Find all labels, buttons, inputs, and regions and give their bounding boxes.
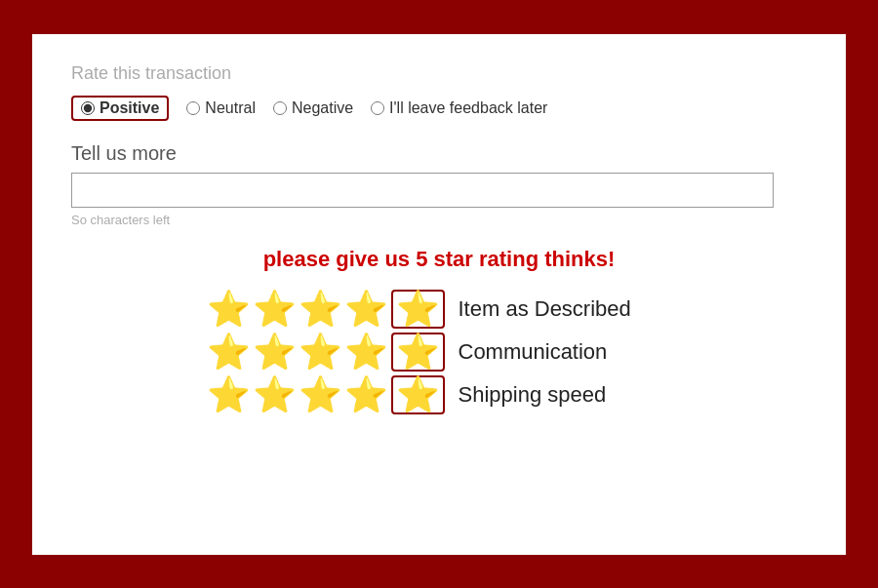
rating-label-item-described: Item as Described bbox=[459, 296, 673, 322]
tell-us-input[interactable] bbox=[71, 173, 774, 208]
radio-option-later[interactable]: I'll leave feedback later bbox=[371, 99, 547, 117]
promo-text: please give us 5 star rating thinks! bbox=[71, 247, 807, 272]
radio-neutral[interactable] bbox=[186, 101, 200, 115]
star-3-4[interactable]: ⭐ bbox=[344, 377, 388, 412]
rating-row-communication: ⭐ ⭐ ⭐ ⭐ ⭐ Communication bbox=[206, 333, 673, 372]
star-2-5-box[interactable]: ⭐ bbox=[391, 333, 445, 372]
tell-us-label: Tell us more bbox=[71, 142, 807, 165]
radio-later[interactable] bbox=[371, 101, 384, 115]
radio-option-positive[interactable]: Positive bbox=[71, 96, 169, 121]
rating-row-item-described: ⭐ ⭐ ⭐ ⭐ ⭐ Item as Described bbox=[206, 290, 673, 329]
rating-row-shipping: ⭐ ⭐ ⭐ ⭐ ⭐ Shipping speed bbox=[206, 375, 673, 414]
star-3-5-box[interactable]: ⭐ bbox=[391, 375, 445, 414]
star-3-2[interactable]: ⭐ bbox=[253, 377, 297, 412]
star-3-3[interactable]: ⭐ bbox=[299, 377, 342, 412]
radio-later-label: I'll leave feedback later bbox=[389, 99, 547, 117]
chars-left: So characters left bbox=[71, 213, 807, 227]
radio-neutral-label: Neutral bbox=[205, 99, 256, 117]
star-1-3[interactable]: ⭐ bbox=[299, 292, 342, 327]
star-1-5-box[interactable]: ⭐ bbox=[391, 290, 445, 329]
radio-option-neutral[interactable]: Neutral bbox=[186, 99, 256, 117]
star-2-4[interactable]: ⭐ bbox=[344, 334, 388, 370]
radio-option-negative[interactable]: Negative bbox=[273, 99, 353, 117]
star-1-1[interactable]: ⭐ bbox=[207, 292, 251, 327]
star-1-2[interactable]: ⭐ bbox=[253, 292, 297, 327]
main-container: Rate this transaction Positive Neutral N… bbox=[29, 31, 849, 558]
rating-label-communication: Communication bbox=[459, 339, 673, 365]
star-2-5[interactable]: ⭐ bbox=[396, 334, 440, 370]
radio-negative[interactable] bbox=[273, 101, 287, 115]
radio-positive[interactable] bbox=[81, 101, 95, 115]
star-2-1[interactable]: ⭐ bbox=[207, 334, 251, 370]
star-2-2[interactable]: ⭐ bbox=[253, 334, 297, 370]
star-2-3[interactable]: ⭐ bbox=[299, 334, 342, 370]
star-3-5[interactable]: ⭐ bbox=[396, 377, 440, 412]
star-1-5[interactable]: ⭐ bbox=[396, 292, 440, 327]
star-3-1[interactable]: ⭐ bbox=[207, 377, 251, 412]
radio-group: Positive Neutral Negative I'll leave fee… bbox=[71, 96, 807, 121]
section-title: Rate this transaction bbox=[71, 63, 807, 84]
rating-label-shipping: Shipping speed bbox=[459, 382, 673, 408]
star-1-4[interactable]: ⭐ bbox=[344, 292, 388, 327]
radio-positive-label: Positive bbox=[100, 99, 159, 117]
radio-negative-label: Negative bbox=[292, 99, 353, 117]
ratings-table: ⭐ ⭐ ⭐ ⭐ ⭐ Item as Described ⭐ ⭐ ⭐ ⭐ ⭐ Co… bbox=[71, 290, 807, 414]
